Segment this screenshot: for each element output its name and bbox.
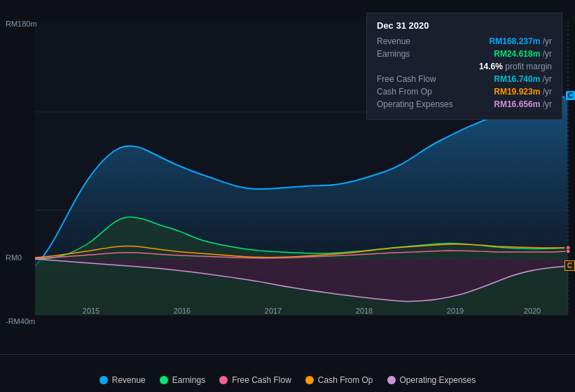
legend-item-fcf[interactable]: Free Cash Flow <box>219 375 291 385</box>
tooltip-value-fcf: RM16.740m /yr <box>494 74 552 84</box>
tooltip-title: Dec 31 2020 <box>377 20 552 31</box>
x-label-2018: 2018 <box>356 307 373 315</box>
tooltip-row-margin: 14.6% profit margin <box>377 62 552 71</box>
chart-legend: Revenue Earnings Free Cash Flow Cash Fro… <box>0 375 575 385</box>
tooltip-row-cashfromop: Cash From Op RM19.923m /yr <box>377 87 552 97</box>
tooltip-value-cashfromop: RM19.923m /yr <box>494 87 552 97</box>
y-label-top: RM180m <box>6 20 37 28</box>
edge-label-cashop: C <box>564 260 575 271</box>
legend-dot-revenue <box>99 376 108 384</box>
x-label-2020: 2020 <box>524 307 541 315</box>
legend-item-earnings[interactable]: Earnings <box>160 375 205 385</box>
svg-point-11 <box>566 249 570 253</box>
data-tooltip: Dec 31 2020 Revenue RM168.237m /yr Earni… <box>366 13 562 120</box>
tooltip-label-revenue: Revenue <box>377 36 461 46</box>
legend-item-cashop[interactable]: Cash From Op <box>305 375 373 385</box>
tooltip-row-revenue: Revenue RM168.237m /yr <box>377 36 552 46</box>
legend-dot-cashop <box>305 376 314 384</box>
tooltip-value-opex: RM16.656m /yr <box>494 99 552 109</box>
legend-label-fcf: Free Cash Flow <box>232 375 291 385</box>
tooltip-row-earnings: Earnings RM24.618m /yr <box>377 49 552 59</box>
tooltip-value-margin: 14.6% profit margin <box>479 62 552 71</box>
tooltip-label-fcf: Free Cash Flow <box>377 74 461 84</box>
legend-label-opex: Operating Expenses <box>400 375 476 385</box>
legend-dot-fcf <box>219 376 228 384</box>
legend-item-opex[interactable]: Operating Expenses <box>387 375 476 385</box>
legend-dot-opex <box>387 376 396 384</box>
legend-label-cashop: Cash From Op <box>318 375 373 385</box>
x-label-2015: 2015 <box>83 307 99 315</box>
tooltip-label-opex: Operating Expenses <box>377 99 461 109</box>
legend-item-revenue[interactable]: Revenue <box>99 375 146 385</box>
tooltip-value-revenue: RM168.237m /yr <box>490 36 552 46</box>
tooltip-label-cashfromop: Cash From Op <box>377 87 461 97</box>
legend-label-earnings: Earnings <box>172 375 205 385</box>
x-label-2016: 2016 <box>174 307 190 315</box>
tooltip-value-earnings: RM24.618m /yr <box>494 49 552 59</box>
legend-dot-earnings <box>160 376 168 384</box>
y-label-bottom: -RM40m <box>6 317 35 326</box>
tooltip-label-earnings: Earnings <box>377 49 461 59</box>
tooltip-row-fcf: Free Cash Flow RM16.740m /yr <box>377 74 552 84</box>
tooltip-row-opex: Operating Expenses RM16.656m /yr <box>377 99 552 109</box>
edge-label-revenue: C <box>566 91 575 100</box>
x-label-2017: 2017 <box>265 307 282 315</box>
y-label-mid: RM0 <box>6 253 22 262</box>
x-label-2019: 2019 <box>447 307 464 315</box>
legend-divider <box>0 354 575 355</box>
legend-label-revenue: Revenue <box>112 375 146 385</box>
